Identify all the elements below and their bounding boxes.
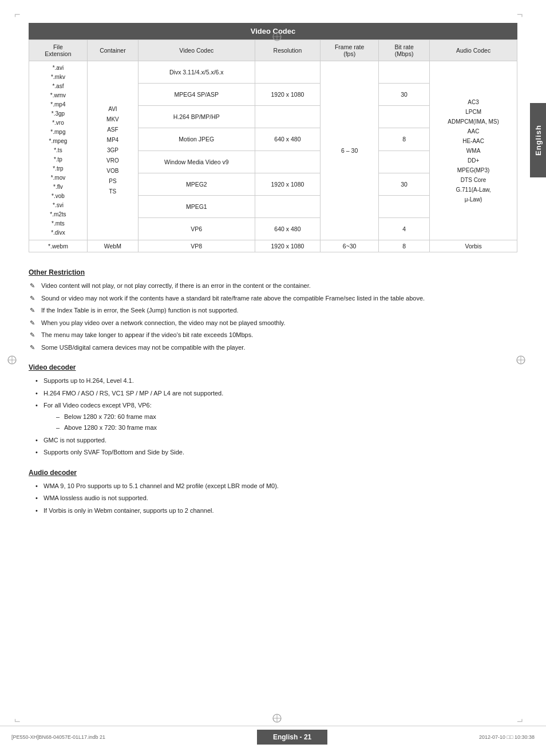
list-item: Sound or video may not work if the conte…	[29, 294, 517, 303]
container-webm: WebM	[87, 240, 138, 252]
list-item: If the Index Table is in error, the Seek…	[29, 306, 517, 315]
list-item: When you play video over a network conne…	[29, 318, 517, 328]
other-restriction-list: Video content will not play, or not play…	[29, 281, 517, 352]
compass-mark-right	[516, 355, 526, 366]
list-item: Supports up to H.264, Level 4.1.	[34, 376, 517, 386]
compass-mark-bottom	[272, 713, 282, 725]
codec-name-webm: VP8	[138, 240, 255, 252]
footer-center-text: English - 21	[257, 730, 327, 745]
other-restriction-title: Other Restriction	[29, 268, 517, 276]
side-tab-label: English	[534, 125, 543, 156]
codec-name-6: MPEG2	[138, 173, 255, 195]
codec-name-5: Window Media Video v9	[138, 151, 255, 173]
header-audio-codec: Audio Codec	[430, 40, 517, 61]
codec-bitrate-webm: 8	[379, 240, 430, 252]
video-decoder-section: Video decoder Supports up to H.264, Leve…	[29, 363, 517, 457]
codec-bitrate-3	[379, 106, 430, 128]
codec-bitrate-5	[379, 151, 430, 173]
header-framerate: Frame rate(fps)	[321, 40, 379, 61]
list-item: The menu may take longer to appear if th…	[29, 330, 517, 340]
file-extensions-cell: *.avi*.mkv*.asf*.wmv*.mp4*.3gp*.vro*.mpg…	[29, 61, 88, 240]
codec-bitrate-6: 30	[379, 173, 430, 195]
sub-list-item: Below 1280 x 720: 60 frame max	[55, 412, 517, 422]
audio-codec-cell-1: AC3LPCMADMPCM(IMA, MS)AACHE-AACWMADD+MPE…	[430, 61, 517, 240]
codec-resolution-3	[255, 106, 321, 128]
video-decoder-list: Supports up to H.264, Level 4.1. H.264 F…	[29, 376, 517, 457]
footer-right-text: 2012-07-10 □□ 10:30:38	[479, 734, 535, 740]
audio-decoder-section: Audio decoder WMA 9, 10 Pro supports up …	[29, 469, 517, 516]
side-tab: English	[530, 103, 546, 177]
codec-name-1: Divx 3.11/4.x/5.x/6.x	[138, 61, 255, 84]
codec-bitrate-2: 30	[379, 84, 430, 106]
page: ⌐ ⌐ ⌐ ⌐ English Video Codec FileExtensio…	[0, 0, 546, 756]
corner-mark-tr: ⌐	[517, 9, 523, 21]
header-video-codec: Video Codec	[138, 40, 255, 61]
list-item: GMC is not supported.	[34, 436, 517, 445]
codec-resolution-7	[255, 195, 321, 217]
codec-resolution-2: 1920 x 1080	[255, 84, 321, 106]
codec-resolution-8: 640 x 480	[255, 217, 321, 240]
audio-decoder-title: Audio decoder	[29, 469, 517, 477]
codec-bitrate-4: 8	[379, 128, 430, 151]
video-decoder-title: Video decoder	[29, 363, 517, 371]
compass-mark-top	[272, 31, 282, 43]
codec-resolution-1	[255, 61, 321, 84]
sub-list: Below 1280 x 720: 60 frame max Above 128…	[43, 412, 517, 433]
codec-bitrate-8: 4	[379, 217, 430, 240]
codec-name-4: Motion JPEG	[138, 128, 255, 151]
corner-mark-tl: ⌐	[14, 9, 21, 21]
header-container: Container	[87, 40, 138, 61]
audio-decoder-list: WMA 9, 10 Pro supports up to 5.1 channel…	[29, 481, 517, 516]
video-codec-section: Video Codec FileExtension Container Vide…	[29, 23, 517, 252]
list-item: H.264 FMO / ASO / RS, VC1 SP / MP / AP L…	[34, 389, 517, 398]
table-row: *.avi*.mkv*.asf*.wmv*.mp4*.3gp*.vro*.mpg…	[29, 61, 517, 84]
header-resolution: Resolution	[255, 40, 321, 61]
framerate-cell-1: 6 – 30	[321, 61, 379, 240]
container-cell: AVIMKVASFMP43GPVROVOBPSTS	[87, 61, 138, 240]
codec-bitrate-1	[379, 61, 430, 84]
table-header-row: FileExtension Container Video Codec Reso…	[29, 40, 517, 61]
sub-list-item: Above 1280 x 720: 30 frame max	[55, 423, 517, 433]
codec-name-2: MPEG4 SP/ASP	[138, 84, 255, 106]
list-item: Some USB/digital camera devices may not …	[29, 343, 517, 353]
file-ext-webm: *.webm	[29, 240, 88, 252]
other-restriction-section: Other Restriction Video content will not…	[29, 268, 517, 352]
codec-name-8: VP6	[138, 217, 255, 240]
table-row-webm: *.webm WebM VP8 1920 x 1080 6~30 8 Vorbi…	[29, 240, 517, 252]
list-item: If Vorbis is only in Webm container, sup…	[34, 506, 517, 516]
header-bitrate: Bit rate(Mbps)	[379, 40, 430, 61]
codec-resolution-webm: 1920 x 1080	[255, 240, 321, 252]
codec-resolution-5	[255, 151, 321, 173]
codec-name-7: MPEG1	[138, 195, 255, 217]
codec-resolution-6: 1920 x 1080	[255, 173, 321, 195]
compass-mark-left	[7, 355, 17, 366]
list-item: For all Video codecs except VP8, VP6: Be…	[34, 401, 517, 433]
list-item: WMA lossless audio is not supported.	[34, 493, 517, 503]
codec-resolution-4: 640 x 480	[255, 128, 321, 151]
list-item: WMA 9, 10 Pro supports up to 5.1 channel…	[34, 481, 517, 491]
list-item: Video content will not play, or not play…	[29, 281, 517, 291]
framerate-webm: 6~30	[321, 240, 379, 252]
codec-name-3: H.264 BP/MP/HP	[138, 106, 255, 128]
codec-table: FileExtension Container Video Codec Reso…	[29, 39, 517, 252]
footer-left-text: [PE550-XH]BN68-04057E-01L17.indb 21	[11, 734, 105, 740]
audio-codec-webm: Vorbis	[430, 240, 517, 252]
codec-bitrate-7	[379, 195, 430, 217]
header-file-ext: FileExtension	[29, 40, 88, 61]
page-footer: [PE550-XH]BN68-04057E-01L17.indb 21 Engl…	[0, 726, 546, 745]
list-item: Supports only SVAF Top/Bottom and Side b…	[34, 448, 517, 457]
